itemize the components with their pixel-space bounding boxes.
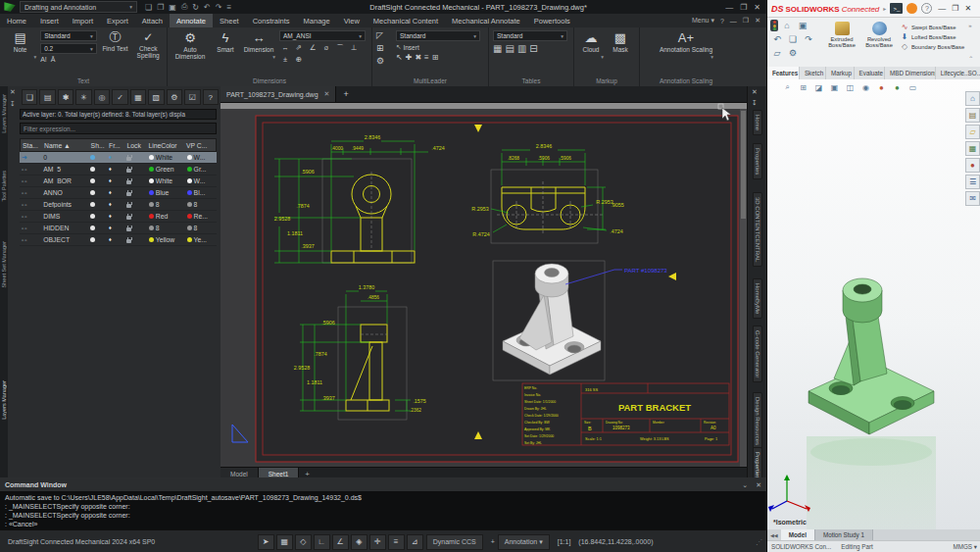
annotation-scale-select[interactable]: Annotation ▾ [498, 534, 550, 550]
linecolor-swatch[interactable] [149, 237, 154, 242]
sw-tab-mbd-dimensions[interactable]: MBD Dimensions [885, 67, 936, 79]
sw-motion-study-tab[interactable]: Motion Study 1 [815, 529, 873, 540]
freeze-icon[interactable]: ⬧ [109, 236, 112, 243]
open-icon[interactable]: ❐ [157, 3, 164, 12]
right-tab-homebyme[interactable]: HomeByMe [753, 278, 762, 319]
col-status[interactable]: Sta... [21, 142, 42, 149]
find-text-button[interactable]: Ⓣ Find Text [101, 30, 130, 52]
dynamic-ccs-button[interactable]: Dynamic CCS [426, 534, 483, 550]
col-show[interactable]: Sh... [89, 142, 107, 149]
new-icon[interactable]: ❏ [786, 33, 800, 45]
menu-item[interactable]: Import [66, 14, 100, 27]
sw-tab-markup[interactable]: Markup [826, 67, 855, 79]
text-height-select[interactable]: 0.2▾ [40, 43, 97, 54]
linecolor-swatch[interactable] [149, 155, 154, 160]
layer-settings-icon[interactable]: ⚙ [167, 89, 182, 105]
sw-tab-evaluate[interactable]: Evaluate [855, 67, 885, 79]
hide-show-icon[interactable]: ◉ [859, 81, 872, 93]
appearance-icon[interactable]: ● [875, 81, 888, 93]
help-icon[interactable]: ? [720, 18, 724, 25]
col-vp-color[interactable]: VP C... [184, 142, 216, 149]
freeze-icon[interactable]: ⬧ [109, 154, 112, 161]
save-icon[interactable]: ▣ [796, 20, 809, 31]
insert-leader-label[interactable]: Insert [403, 44, 418, 51]
auto-dimension-button[interactable]: ⚙ Auto Dimension [172, 30, 209, 60]
table-style-select[interactable]: Standard▾ [493, 30, 567, 41]
grid-icon[interactable]: ▦ [276, 534, 293, 550]
align-leaders-icon[interactable]: ≡ [424, 53, 429, 62]
sw-viewport[interactable]: ⌕⊞◪▣◫◉●●▭ ⌂▤▱▦●☰✉ *Isometric [767, 79, 980, 529]
smart-dimension-button[interactable]: ϟ Smart [213, 30, 238, 53]
vp-color-swatch[interactable] [187, 190, 192, 195]
vp-color-swatch[interactable] [187, 214, 192, 219]
sw-units-select[interactable]: MMGS ▾ [953, 543, 977, 550]
menu-item[interactable]: Annotate [170, 14, 213, 27]
menu-item[interactable]: Constraints [246, 14, 297, 27]
vp-color-swatch[interactable] [187, 178, 192, 183]
sync-icon[interactable]: ↻ [192, 3, 199, 12]
workspace-select[interactable]: Drafting and Annotation ▾ [20, 1, 137, 13]
AM_BOR[interactable]: ▫▫ AM_BOR ⬧ White W... [20, 176, 217, 187]
multileader-icon[interactable]: ↖ [396, 53, 403, 62]
section-view-icon[interactable]: ◪ [812, 81, 825, 93]
menu-item[interactable]: Attach [135, 14, 170, 27]
freeze-icon[interactable]: ⬧ [109, 166, 112, 173]
col-name[interactable]: Name ▲ [42, 142, 89, 149]
linecolor-swatch[interactable] [149, 202, 154, 207]
linecolor-swatch[interactable] [149, 178, 154, 183]
sw-tab-lifecycle[interactable]: Lifecycle..SO... [936, 67, 980, 79]
panel-pin-icon[interactable]: ↧ [10, 100, 16, 108]
zoom-fit-icon[interactable]: ⌕ [781, 81, 794, 93]
table-style-icon[interactable]: ▥ [517, 43, 526, 54]
design-library-icon[interactable]: ▤ [965, 108, 980, 123]
maximize-icon[interactable]: ❐ [740, 3, 747, 12]
show-icon[interactable] [90, 214, 95, 219]
undo-icon[interactable]: ↶ [204, 3, 211, 12]
multileader-settings-icon[interactable]: ⚙ [376, 56, 392, 66]
doc-close-icon[interactable]: ✕ [755, 17, 760, 25]
diameter-dim-icon[interactable]: ⌀ [320, 43, 332, 53]
lock-icon[interactable] [126, 227, 131, 231]
menu-item[interactable]: Export [100, 14, 135, 27]
drawing-canvas[interactable]: 2.8346 .4000 .9449 .4724 .5906 .7874 2.9… [220, 103, 747, 467]
resize-grip[interactable]: ⋰ [756, 538, 762, 546]
right-tab-3dcontentcentral[interactable]: 3D CONTENTCENTRAL [753, 192, 762, 267]
command-history[interactable]: Automatic save to C:\Users\JLE58\AppData… [0, 491, 766, 530]
show-icon[interactable] [90, 178, 95, 183]
AM_5[interactable]: ▫▫ AM_5 ⬧ Green Gr... [20, 164, 217, 176]
text-style-select[interactable]: Standard▾ [40, 30, 97, 41]
tab-close-icon[interactable]: ✕ [324, 90, 330, 98]
dimension-button[interactable]: ↔ Dimension ▾ [242, 30, 275, 60]
ordinate-dim-icon[interactable]: ⊥ [348, 43, 360, 53]
OBJECT[interactable]: ▫▫ OBJECT ⬧ Yellow Ye... [20, 234, 217, 246]
dimension-style-select[interactable]: AM_ANSI▾ [279, 30, 366, 41]
minimize-icon[interactable]: — [938, 4, 946, 13]
linear-dim-icon[interactable]: ↔ [279, 43, 291, 53]
right-tab-design-resources[interactable]: Design Resources [753, 392, 762, 450]
new-layer-icon[interactable]: ❏ [22, 89, 37, 105]
center-mark-icon[interactable]: ⊕ [293, 55, 305, 64]
entity-snap-icon[interactable]: ◈ [351, 534, 368, 550]
multileader-style-select[interactable]: Standard▾ [396, 30, 480, 41]
vp-thaw-icon[interactable]: ▧ [148, 89, 164, 105]
view-orientation-icon[interactable]: ▣ [828, 81, 841, 93]
menu-item[interactable]: Home [0, 14, 33, 27]
show-icon[interactable] [90, 167, 95, 172]
polar-icon[interactable]: ∠ [332, 534, 349, 550]
menu-item[interactable]: Powertools [527, 14, 577, 27]
tab-scroll-icons[interactable]: ◀◀ [767, 529, 781, 540]
show-icon[interactable] [90, 237, 95, 242]
vp-color-swatch[interactable] [187, 155, 192, 160]
show-icon[interactable] [90, 202, 95, 207]
custom-properties-icon[interactable]: ☰ [965, 175, 980, 189]
vp-color-swatch[interactable] [187, 167, 192, 172]
menu-item[interactable]: Manage [297, 14, 337, 27]
note-button[interactable]: ▤ Note ▾ [4, 30, 36, 60]
0[interactable]: ➜ 0 ⬧ White W... [20, 152, 217, 164]
cloud-button[interactable]: ☁ Cloud ▾ [578, 30, 604, 60]
add-leader-icon[interactable]: ✚ [406, 53, 413, 62]
show-icon[interactable] [90, 190, 95, 195]
new-icon[interactable]: ❏ [145, 3, 152, 12]
snap-icon[interactable]: ◇ [295, 534, 312, 550]
col-linecolor[interactable]: LineColor [146, 142, 183, 149]
